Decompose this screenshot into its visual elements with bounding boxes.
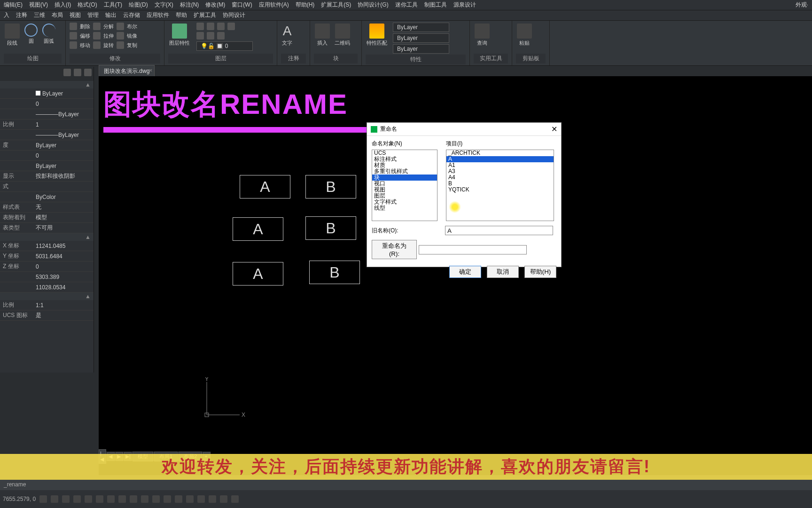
- property-row[interactable]: 显示投影和接收阴影: [0, 171, 94, 182]
- property-row[interactable]: 比例1: [0, 119, 94, 130]
- rename-to-button[interactable]: 重命名为(R):: [372, 240, 417, 259]
- color-dropdown[interactable]: ByLayer: [393, 23, 449, 32]
- list-item[interactable]: A: [446, 156, 554, 162]
- status-toggle[interactable]: [220, 495, 227, 503]
- menu-item[interactable]: 工具(T): [104, 1, 122, 9]
- linetype-dropdown[interactable]: ByLayer: [393, 33, 449, 43]
- lineweight-dropdown[interactable]: ByLayer: [393, 44, 449, 54]
- property-row[interactable]: 表类型不可用: [0, 223, 94, 233]
- layer-icon[interactable]: [207, 32, 214, 40]
- circle-button[interactable]: 圆: [23, 23, 39, 46]
- text-button[interactable]: A文字: [281, 23, 293, 48]
- status-toggle[interactable]: [164, 495, 171, 503]
- layer-icon[interactable]: [227, 23, 235, 30]
- cancel-button[interactable]: 取消: [487, 266, 519, 278]
- list-item[interactable]: A1: [446, 162, 554, 168]
- bool-icon[interactable]: [117, 23, 124, 30]
- prop-toggle-icon[interactable]: [74, 69, 81, 76]
- drawing-block[interactable]: A: [240, 175, 290, 198]
- named-objects-list[interactable]: UCS标注样式材质多重引线样式块视口视图图层文字样式线型: [372, 150, 437, 221]
- paste-button[interactable]: 粘贴: [516, 23, 533, 48]
- property-row[interactable]: 0: [0, 151, 94, 161]
- menu-item[interactable]: 标注(N): [180, 1, 199, 9]
- layer-icon[interactable]: [217, 32, 225, 40]
- arc-button[interactable]: 圆弧: [41, 23, 56, 46]
- status-toggle[interactable]: [186, 495, 194, 503]
- move-icon[interactable]: [70, 41, 77, 49]
- prop-section-header[interactable]: ▲: [0, 233, 94, 241]
- menu-item[interactable]: 编辑(E): [4, 1, 23, 9]
- qrcode-button[interactable]: 二维码: [334, 23, 351, 48]
- prop-section-header[interactable]: ▲: [0, 81, 94, 88]
- drawing-block[interactable]: B: [309, 261, 360, 284]
- list-item[interactable]: YQTICK: [446, 187, 554, 193]
- drawing-block[interactable]: A: [233, 217, 283, 241]
- mirror-icon[interactable]: [117, 32, 124, 40]
- menu-item[interactable]: 应用软件(A): [259, 1, 289, 9]
- ribbon-tab[interactable]: 应用软件: [147, 11, 169, 19]
- ok-button[interactable]: 确定: [449, 266, 481, 278]
- menu-item[interactable]: 插入(I): [55, 1, 71, 9]
- list-item[interactable]: 线型: [372, 205, 437, 211]
- property-row[interactable]: 表附着到模型: [0, 213, 94, 223]
- offset-icon[interactable]: [70, 32, 77, 40]
- status-toggle[interactable]: [96, 495, 103, 503]
- status-toggle[interactable]: [209, 495, 216, 503]
- list-item[interactable]: _ARCHTICK: [446, 150, 554, 156]
- status-toggle[interactable]: [141, 495, 148, 503]
- menu-item[interactable]: 视图(V): [29, 1, 48, 9]
- ribbon-tab[interactable]: 布局: [52, 11, 63, 19]
- close-button[interactable]: ✕: [551, 125, 557, 134]
- menu-item[interactable]: 制图工具: [424, 1, 447, 9]
- property-row[interactable]: Z 坐标0: [0, 262, 94, 272]
- menu-item[interactable]: 帮助(H): [296, 1, 315, 9]
- drawing-block[interactable]: B: [305, 216, 356, 240]
- status-toggle[interactable]: [175, 495, 182, 503]
- insert-button[interactable]: 插入: [314, 23, 331, 48]
- status-toggle[interactable]: [231, 495, 239, 503]
- copy-icon[interactable]: [117, 41, 124, 49]
- status-toggle[interactable]: [62, 495, 70, 503]
- list-item[interactable]: A3: [446, 168, 554, 175]
- prop-toggle-icon[interactable]: [63, 69, 71, 76]
- drawing-block[interactable]: B: [305, 175, 356, 198]
- menu-item[interactable]: 修改(M): [205, 1, 225, 9]
- ribbon-tab[interactable]: 注释: [16, 11, 27, 19]
- list-item[interactable]: 多重引线样式: [372, 168, 437, 175]
- ribbon-tab[interactable]: 帮助: [176, 11, 187, 19]
- ribbon-tab[interactable]: 云存储: [123, 11, 140, 19]
- dialog-titlebar[interactable]: 重命名 ✕: [367, 123, 561, 136]
- layer-icon[interactable]: [207, 23, 214, 30]
- property-row[interactable]: ————ByLayer: [0, 130, 94, 140]
- old-name-input[interactable]: [445, 226, 553, 235]
- status-toggle[interactable]: [197, 495, 205, 503]
- property-row[interactable]: ByColor: [0, 192, 94, 202]
- ribbon-tab[interactable]: 协同设计: [223, 11, 245, 19]
- ribbon-tab[interactable]: 三维: [34, 11, 45, 19]
- property-row[interactable]: 5303.389: [0, 272, 94, 282]
- property-row[interactable]: 比例1:1: [0, 300, 94, 310]
- ribbon-tab[interactable]: 管理: [87, 11, 99, 19]
- layer-properties-button[interactable]: 图层特性: [168, 23, 191, 48]
- status-toggle[interactable]: [73, 495, 81, 503]
- property-row[interactable]: X 坐标11241.0485: [0, 241, 94, 251]
- line-button[interactable]: 段线: [4, 23, 21, 48]
- items-list[interactable]: _ARCHTICKAA1A3A4BYQTICK: [446, 150, 554, 221]
- status-toggle[interactable]: [152, 495, 160, 503]
- prop-section-header[interactable]: ▲: [0, 293, 94, 300]
- ribbon-tab[interactable]: 视图: [70, 11, 81, 19]
- menu-item[interactable]: 协同设计(G): [358, 1, 388, 9]
- property-row[interactable]: 式: [0, 182, 94, 192]
- close-icon[interactable]: ×: [149, 67, 152, 74]
- status-toggle[interactable]: [39, 495, 47, 503]
- ribbon-tab[interactable]: 输出: [105, 11, 117, 19]
- rename-to-input[interactable]: [419, 245, 527, 254]
- status-toggle[interactable]: [107, 495, 115, 503]
- status-toggle[interactable]: [85, 495, 92, 503]
- property-row[interactable]: ————ByLayer: [0, 109, 94, 119]
- layer-dropdown[interactable]: 💡🔓 🔲 0: [196, 41, 253, 51]
- menu-item[interactable]: 扩展工具(S): [321, 1, 351, 9]
- matchprop-button[interactable]: 特性匹配: [366, 23, 388, 48]
- prop-toggle-icon[interactable]: [84, 69, 92, 76]
- menu-item[interactable]: 源泉设计: [453, 1, 476, 9]
